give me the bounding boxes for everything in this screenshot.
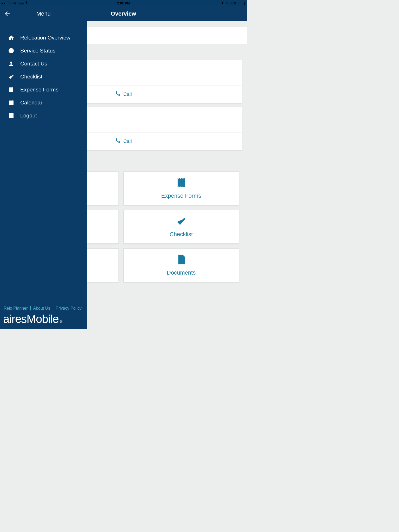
status-time: 2:02 PM [117,1,130,5]
clock-icon [8,48,15,54]
nav-contact-us[interactable]: Contact Us [0,57,87,70]
footer-links: Relo Planner About Us Privacy Policy [0,303,87,310]
back-button[interactable] [4,10,11,18]
nav-item-label: Relocation Overview [20,35,70,41]
drawer-footer: Relo Planner About Us Privacy Policy air… [0,303,87,329]
nav-item-label: Service Status [20,48,55,54]
status-bar: Verizon 2:02 PM 80% [0,0,247,6]
person-icon [8,61,15,67]
nav-calendar[interactable]: Calendar [0,96,87,109]
bluetooth-icon [225,1,228,5]
nav-item-label: Expense Forms [20,87,58,93]
call-label: Call [123,138,132,144]
logout-icon [8,112,15,119]
drawer-list: Relocation Overview Service Status Conta… [0,31,87,122]
drawer-title: Menu [0,10,87,17]
location-arrow-icon [221,1,224,5]
wifi-icon [25,1,28,5]
carrier-label: Verizon [12,1,24,5]
footer-link-relo-planner[interactable]: Relo Planner [1,306,31,310]
tile-expense-forms[interactable]: Expense Forms [123,171,239,205]
nav-item-label: Calendar [20,99,42,106]
status-left: Verizon [0,1,28,5]
status-right: 80% [221,1,247,5]
page-title: Overview [111,10,136,17]
nav-logout[interactable]: Logout [0,109,87,122]
home-icon [8,35,15,41]
nav-item-label: Logout [20,112,37,119]
footer-link-about-us[interactable]: About Us [31,306,53,310]
battery-icon [238,2,245,5]
nav-checklist[interactable]: Checklist [0,70,87,83]
footer-link-privacy-policy[interactable]: Privacy Policy [53,306,84,310]
nav-item-label: Contact Us [20,61,47,67]
nav-drawer: Menu Relocation Overview Service Status … [0,6,87,329]
check-icon [8,74,15,80]
brand-name: airesMobile [3,312,59,325]
nav-expense-forms[interactable]: Expense Forms [0,83,87,96]
check-icon [176,216,187,228]
brand-logo: airesMobile ® [0,310,87,329]
receipt-icon [176,177,187,189]
document-icon [176,254,187,266]
call-label: Call [123,91,132,97]
phone-icon [115,138,121,145]
signal-dots-icon [2,3,11,4]
tile-documents[interactable]: Documents [123,248,239,282]
svg-rect-3 [10,103,11,104]
tile-checklist[interactable]: Checklist [123,210,239,244]
nav-relocation-overview[interactable]: Relocation Overview [0,31,87,44]
nav-item-label: Checklist [20,74,42,80]
tile-label: Expense Forms [161,192,201,199]
registered-mark: ® [60,320,62,324]
phone-icon [115,91,121,98]
tile-label: Checklist [170,231,193,238]
battery-percent: 80% [230,1,236,5]
nav-service-status[interactable]: Service Status [0,44,87,57]
tile-label: Documents [167,269,196,276]
drawer-header: Menu [0,6,87,21]
receipt-icon [8,87,15,93]
calendar-icon [8,99,15,106]
svg-point-1 [10,62,12,64]
